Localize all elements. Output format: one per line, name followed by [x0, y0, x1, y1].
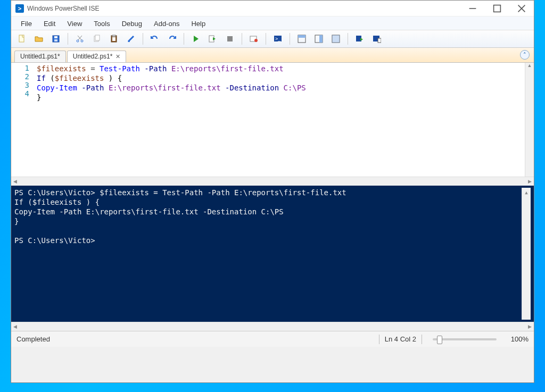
run-selection-icon[interactable] — [205, 32, 220, 46]
line-number: 1 — [11, 64, 29, 72]
window-controls — [460, 1, 534, 16]
editor-horizontal-scrollbar[interactable]: ◀▶ — [11, 177, 534, 186]
svg-line-10 — [78, 36, 82, 40]
minimize-button[interactable] — [460, 1, 485, 16]
menu-view[interactable]: View — [62, 19, 87, 29]
cut-icon[interactable] — [72, 32, 87, 46]
toolbar-separator — [68, 33, 68, 45]
toolbar-separator — [143, 33, 143, 45]
code-token: Test-Path — [100, 64, 140, 73]
code-token: ( — [46, 74, 55, 82]
show-command-window-icon[interactable] — [369, 32, 384, 46]
clear-icon[interactable] — [123, 32, 138, 46]
svg-point-8 — [77, 40, 79, 42]
svg-rect-18 — [227, 36, 233, 41]
svg-rect-1 — [494, 5, 501, 12]
show-script-top-icon[interactable] — [294, 32, 309, 46]
status-cursor-position: Ln 4 Col 2 — [385, 335, 416, 343]
svg-rect-26 — [319, 35, 323, 43]
svg-rect-13 — [95, 35, 100, 40]
code-line[interactable]: $fileexists = Test-Path -Path E:\reports… — [37, 64, 523, 73]
code-token: C:\PS — [284, 84, 306, 92]
code-line[interactable]: Copy-Item -Path E:\reports\first-file.tx… — [37, 83, 523, 93]
line-number: 3 — [11, 81, 29, 89]
menu-addons[interactable]: Add-ons — [148, 19, 185, 29]
tab-untitled2[interactable]: Untitled2.ps1* ✕ — [67, 51, 127, 62]
toolbar-separator — [348, 33, 348, 45]
show-script-right-icon[interactable] — [311, 32, 326, 46]
redo-icon[interactable] — [164, 32, 179, 46]
menubar: File Edit View Tools Debug Add-ons Help — [11, 16, 534, 30]
code-line[interactable]: If ($fileexists ) { — [37, 73, 523, 83]
svg-text:>_: >_ — [275, 36, 281, 41]
code-token: -Destination — [221, 84, 284, 92]
code-token: = — [86, 64, 100, 73]
app-window: Windows PowerShell ISE File Edit View To… — [11, 0, 534, 383]
new-remote-tab-icon[interactable]: >_ — [270, 32, 285, 46]
collapse-script-pane-icon[interactable]: ˄ — [520, 50, 530, 60]
code-token: E:\reports\first-file.txt — [171, 64, 284, 73]
toolbar-separator — [266, 33, 266, 45]
svg-rect-6 — [54, 36, 57, 38]
toolbar: >_ — [11, 30, 534, 48]
toolbar-separator — [290, 33, 290, 45]
close-button[interactable] — [509, 1, 534, 16]
show-commands-icon[interactable] — [352, 32, 367, 46]
show-script-max-icon[interactable] — [328, 32, 343, 46]
code-token: If — [37, 74, 46, 82]
console-pane[interactable]: PS C:\Users\Victo> $fileexists = Test-Pa… — [11, 186, 534, 322]
toolbar-separator — [242, 33, 242, 45]
svg-rect-4 — [19, 35, 24, 42]
menu-tools[interactable]: Tools — [88, 19, 115, 29]
line-number-gutter: 1234 — [11, 63, 35, 177]
line-number: 2 — [11, 72, 29, 81]
svg-rect-7 — [54, 39, 57, 41]
svg-rect-16 — [112, 37, 115, 41]
code-token: -Path — [77, 84, 109, 92]
run-script-icon[interactable] — [188, 32, 203, 46]
zoom-slider[interactable] — [433, 338, 497, 340]
tab-label: Untitled2.ps1* — [73, 53, 113, 60]
new-file-icon[interactable] — [14, 32, 29, 46]
window-title: Windows PowerShell ISE — [27, 5, 460, 12]
console-output[interactable]: PS C:\Users\Victo> $fileexists = Test-Pa… — [14, 188, 522, 320]
console-horizontal-scrollbar[interactable]: ◀▶ — [11, 322, 534, 331]
toolbar-separator — [184, 33, 184, 45]
undo-icon[interactable] — [147, 32, 162, 46]
save-icon[interactable] — [48, 32, 63, 46]
statusbar: Completed Ln 4 Col 2 100% — [11, 331, 534, 347]
svg-point-9 — [81, 40, 83, 42]
stop-icon[interactable] — [222, 32, 237, 46]
menu-edit[interactable]: Edit — [38, 19, 61, 29]
svg-rect-28 — [332, 35, 340, 43]
menu-help[interactable]: Help — [186, 19, 211, 29]
code-token: -Path — [140, 64, 171, 73]
tab-untitled1[interactable]: Untitled1.ps1* — [14, 51, 66, 62]
menu-file[interactable]: File — [15, 19, 37, 29]
script-tabs: Untitled1.ps1* Untitled2.ps1* ✕ ˄ — [11, 48, 534, 63]
svg-rect-15 — [112, 35, 115, 37]
line-number: 4 — [11, 89, 29, 98]
status-state: Completed — [16, 335, 374, 343]
svg-rect-24 — [298, 35, 305, 38]
copy-icon[interactable] — [89, 32, 104, 46]
code-token: Copy-Item — [37, 84, 77, 92]
code-token: $fileexists — [37, 64, 86, 73]
menu-debug[interactable]: Debug — [117, 19, 147, 29]
close-icon[interactable]: ✕ — [115, 53, 120, 60]
zoom-percentage: 100% — [502, 335, 529, 343]
console-vertical-scrollbar[interactable] — [522, 188, 531, 320]
breakpoint-icon[interactable] — [246, 32, 261, 46]
svg-line-11 — [78, 36, 81, 40]
code-content[interactable]: $fileexists = Test-Path -Path E:\reports… — [35, 63, 525, 177]
tab-label: Untitled1.ps1* — [20, 53, 60, 60]
maximize-button[interactable] — [485, 1, 509, 16]
paste-icon[interactable] — [106, 32, 121, 46]
code-token: E:\reports\first-file.txt — [109, 84, 221, 92]
editor-vertical-scrollbar[interactable] — [525, 63, 534, 177]
open-file-icon[interactable] — [31, 32, 46, 46]
powershell-app-icon — [15, 4, 24, 13]
svg-rect-31 — [378, 38, 381, 43]
code-line[interactable]: } — [37, 93, 523, 102]
script-editor[interactable]: 1234 $fileexists = Test-Path -Path E:\re… — [11, 63, 534, 177]
